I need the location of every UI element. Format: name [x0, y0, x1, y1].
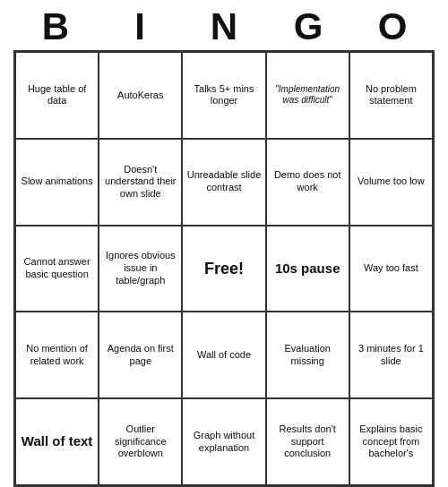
bingo-letter-g: G — [272, 5, 344, 48]
bingo-cell-22: Graph without explanation — [182, 398, 265, 485]
bingo-cell-24: Explains basic concept from bachelor's — [349, 398, 433, 485]
bingo-cell-1: AutoKeras — [99, 52, 182, 139]
bingo-letter-o: O — [357, 5, 428, 48]
bingo-letter-n: N — [188, 5, 260, 48]
bingo-cell-0: Huge table of data — [15, 52, 99, 139]
bingo-cell-23: Results don't support conclusion — [266, 398, 349, 485]
bingo-cell-19: 3 minutes for 1 slide — [349, 312, 433, 398]
bingo-cell-11: Ignores obvious issue in table/graph — [99, 226, 182, 312]
bingo-letter-b: B — [20, 5, 91, 48]
bingo-cell-13: 10s pause — [266, 226, 349, 312]
bingo-cell-5: Slow animations — [15, 139, 99, 226]
bingo-cell-10: Cannot answer basic question — [15, 226, 99, 312]
bingo-cell-21: Outlier significance overblown — [99, 398, 182, 485]
bingo-cell-18: Evaluation missing — [266, 312, 349, 398]
bingo-cell-17: Wall of code — [182, 312, 265, 398]
bingo-cell-6: Doesn't understand their own slide — [99, 139, 182, 226]
bingo-cell-16: Agenda on first page — [99, 312, 182, 398]
bingo-cell-14: Way too fast — [349, 226, 433, 312]
bingo-cell-15: No mention of related work — [15, 312, 99, 398]
bingo-cell-2: Talks 5+ mins longer — [182, 52, 265, 139]
bingo-cell-4: No problem statement — [349, 52, 433, 139]
bingo-cell-9: Volume too low — [349, 139, 433, 226]
bingo-cell-20: Wall of text — [15, 398, 99, 485]
cell-text-3: "Implementation was difficult" — [270, 84, 346, 107]
bingo-header: BINGO — [13, 0, 435, 50]
bingo-cell-3: "Implementation was difficult" — [266, 52, 349, 139]
bingo-letter-i: I — [104, 5, 176, 48]
bingo-cell-12: Free! — [182, 226, 265, 312]
bingo-grid: Huge table of dataAutoKerasTalks 5+ mins… — [13, 50, 435, 487]
bingo-cell-7: Unreadable slide contrast — [182, 139, 265, 226]
bingo-cell-8: Demo does not work — [266, 139, 349, 226]
